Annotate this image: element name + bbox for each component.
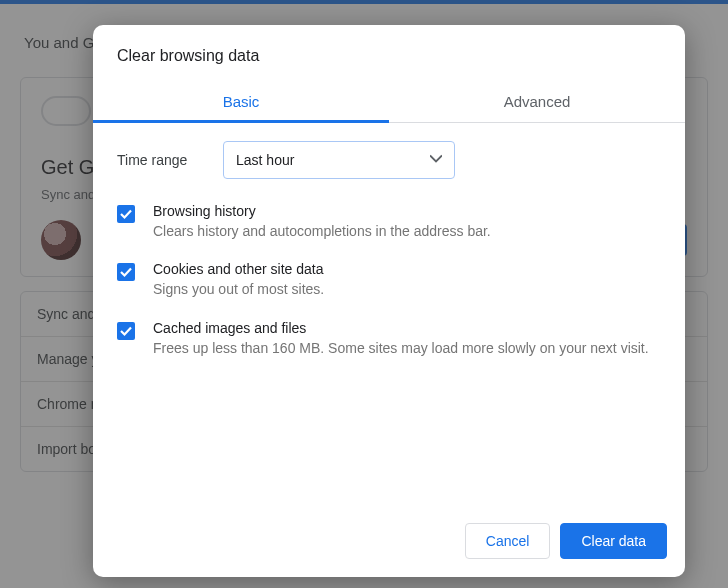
option-desc: Signs you out of most sites. <box>153 279 324 299</box>
tab-advanced[interactable]: Advanced <box>389 83 685 122</box>
option-title: Cached images and files <box>153 320 649 336</box>
chevron-down-icon <box>430 152 442 168</box>
time-range-label: Time range <box>117 152 203 168</box>
clear-data-button[interactable]: Clear data <box>560 523 667 559</box>
option-desc: Frees up less than 160 MB. Some sites ma… <box>153 338 649 358</box>
time-range-value: Last hour <box>236 152 294 168</box>
option-browsing-history: Browsing history Clears history and auto… <box>117 203 661 241</box>
time-range-select[interactable]: Last hour <box>223 141 455 179</box>
checkbox-cookies[interactable] <box>117 263 135 281</box>
option-title: Browsing history <box>153 203 491 219</box>
checkbox-cached[interactable] <box>117 322 135 340</box>
dialog-footer: Cancel Clear data <box>93 509 685 577</box>
option-cached: Cached images and files Frees up less th… <box>117 320 661 358</box>
options-list: Browsing history Clears history and auto… <box>117 203 661 358</box>
option-desc: Clears history and autocompletions in th… <box>153 221 491 241</box>
cancel-button[interactable]: Cancel <box>465 523 551 559</box>
option-title: Cookies and other site data <box>153 261 324 277</box>
checkbox-browsing-history[interactable] <box>117 205 135 223</box>
option-cookies: Cookies and other site data Signs you ou… <box>117 261 661 299</box>
dialog-title: Clear browsing data <box>93 25 685 83</box>
clear-browsing-data-dialog: Clear browsing data Basic Advanced Time … <box>93 25 685 577</box>
dialog-body: Time range Last hour Browsing history Cl… <box>93 123 685 509</box>
dialog-tabs: Basic Advanced <box>93 83 685 123</box>
time-range-row: Time range Last hour <box>117 141 661 179</box>
tab-basic[interactable]: Basic <box>93 83 389 122</box>
